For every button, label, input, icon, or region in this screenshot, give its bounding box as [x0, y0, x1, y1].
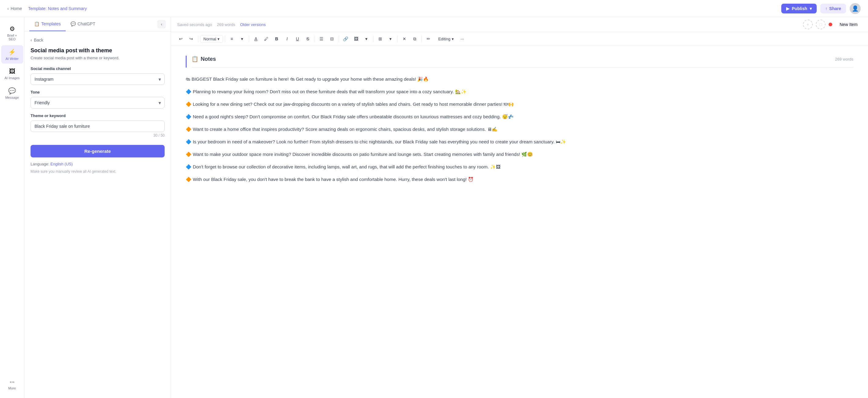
- templates-icon: 📋: [34, 21, 39, 26]
- theme-label: Theme or keyword: [31, 113, 165, 118]
- doc-icon: 📋: [191, 56, 198, 62]
- topbar-right: ▶ Publish ▾ ↑ Share 👤: [781, 3, 861, 14]
- content-p-2: 🔶 Looking for a new dining set? Check ou…: [186, 100, 853, 108]
- bullet-list-button[interactable]: ☰: [317, 34, 327, 44]
- toolbar-divider-3: [249, 35, 249, 42]
- toolbar-divider-1: [198, 35, 198, 42]
- share-icon: ↑: [825, 6, 827, 11]
- editor-content[interactable]: 📋 Notes 269 words 🛍 BIGGEST Black Friday…: [171, 46, 868, 398]
- new-item-dot: [829, 23, 832, 26]
- ordered-list-button[interactable]: ⊟: [327, 34, 337, 44]
- sidebar-item-more[interactable]: ··· More: [1, 375, 23, 393]
- brief-seo-icon: ⚙: [9, 25, 15, 32]
- tab-templates[interactable]: 📋 Templates: [29, 17, 66, 31]
- sidebar-item-brief-seo[interactable]: ⚙ Brief + SEO: [1, 22, 23, 44]
- align-button[interactable]: ≡: [227, 34, 237, 44]
- undo-button[interactable]: ↩: [176, 34, 186, 44]
- strikethrough-button[interactable]: S: [303, 34, 313, 44]
- image-chevron-button[interactable]: ▾: [362, 34, 371, 44]
- back-label: Back: [34, 37, 43, 42]
- sidebar-item-ai-images[interactable]: 🖼 AI Images: [1, 65, 23, 83]
- new-item-button[interactable]: New Item: [835, 20, 862, 29]
- editor-area: Saved seconds ago 269 words Older versio…: [171, 17, 868, 398]
- language-line: Language: English (US): [31, 162, 165, 166]
- text-style-label: Normal: [204, 37, 216, 41]
- panel-body: ‹ Back Social media post with a theme Cr…: [25, 31, 171, 398]
- content-p-8: 🔶 With our Black Friday sale, you don't …: [186, 175, 853, 183]
- sidebar-item-ai-writer[interactable]: ⚡ AI Writer: [1, 45, 23, 64]
- tone-select-wrap: Friendly Professional Casual Humorous Fo…: [31, 97, 165, 109]
- redo-button[interactable]: ↪: [186, 34, 196, 44]
- ai-images-icon: 🖼: [9, 68, 15, 75]
- edit-icon-button[interactable]: ✏: [424, 34, 433, 44]
- editor-topbar: Saved seconds ago 269 words Older versio…: [171, 17, 868, 32]
- panel-tabs: 📋 Templates 💬 ChatGPT ‹: [25, 17, 171, 31]
- text-style-select[interactable]: Normal ▾: [200, 35, 223, 43]
- sidebar-item-message[interactable]: 💬 Message: [1, 84, 23, 103]
- doc-title-text: Notes: [201, 56, 216, 62]
- image-button[interactable]: 🖼: [351, 34, 361, 44]
- tone-field-group: Tone Friendly Professional Casual Humoro…: [31, 90, 165, 109]
- tab-chatgpt-label: ChatGPT: [78, 21, 95, 26]
- panel-collapse-button[interactable]: ‹: [157, 20, 166, 28]
- word-count: 269 words: [217, 22, 235, 27]
- align-chevron-button[interactable]: ▾: [237, 34, 247, 44]
- doc-header-block: 📋 Notes 269 words: [186, 56, 853, 67]
- sidebar-item-label: More: [8, 387, 16, 390]
- content-p-5: 🔷 Is your bedroom in need of a makeover?…: [186, 138, 853, 146]
- ghost-avatar-1: +: [803, 20, 813, 29]
- link-button[interactable]: 🔗: [341, 34, 351, 44]
- panel-title: Social media post with a theme: [31, 47, 165, 54]
- toolbar-divider-5: [339, 35, 339, 42]
- disclaimer-text: Make sure you manually review all AI gen…: [31, 169, 165, 174]
- copy-button[interactable]: ⧉: [410, 34, 420, 44]
- topbar-left: ‹ Home Template: Notes and Summary: [7, 6, 87, 11]
- channel-select[interactable]: Instagram Twitter Facebook LinkedIn TikT…: [31, 74, 165, 85]
- sidebar-item-label: Message: [5, 96, 19, 100]
- ghost-avatar-2: □: [816, 20, 826, 29]
- tone-select[interactable]: Friendly Professional Casual Humorous Fo…: [31, 97, 165, 109]
- saved-status: Saved seconds ago: [177, 22, 212, 27]
- language-link[interactable]: English (US): [51, 162, 73, 166]
- text-color-button[interactable]: A: [251, 34, 261, 44]
- sidebar-item-label: AI Images: [5, 76, 20, 80]
- template-breadcrumb: Template: Notes and Summary: [28, 6, 87, 11]
- more-options-button[interactable]: ···: [458, 34, 467, 44]
- editor-header-row: 📋 Notes 269 words: [191, 56, 853, 67]
- share-button[interactable]: ↑ Share: [820, 4, 846, 13]
- editor-body[interactable]: 🛍 BIGGEST Black Friday sale on furniture…: [186, 75, 853, 183]
- regenerate-button[interactable]: Re-generate: [31, 145, 165, 158]
- chatgpt-icon: 💬: [70, 21, 76, 26]
- theme-input[interactable]: Black Friday sale on furniture: [31, 120, 165, 132]
- editor-toolbar: ↩ ↪ Normal ▾ ≡ ▾ A 🖊 B I U S ☰ ⊟ 🔗 🖼 ▾: [171, 32, 868, 46]
- editing-select[interactable]: Editing ▾: [435, 35, 457, 42]
- home-link[interactable]: ‹ Home: [7, 6, 22, 11]
- channel-select-wrap: Instagram Twitter Facebook LinkedIn TikT…: [31, 74, 165, 85]
- editing-chevron-icon: ▾: [452, 37, 454, 41]
- publish-icon: ▶: [786, 6, 789, 11]
- icon-sidebar: ⚙ Brief + SEO ⚡ AI Writer 🖼 AI Images 💬 …: [0, 17, 25, 398]
- panel-description: Create social media post with a theme or…: [31, 56, 165, 60]
- avatar[interactable]: 👤: [850, 3, 861, 14]
- tab-templates-label: Templates: [41, 21, 61, 26]
- doc-title: 📋 Notes: [191, 56, 216, 62]
- table-chevron-button[interactable]: ▾: [386, 34, 396, 44]
- tab-chatgpt[interactable]: 💬 ChatGPT: [66, 17, 100, 31]
- toolbar-divider-6: [373, 35, 374, 42]
- highlight-button[interactable]: 🖊: [261, 34, 271, 44]
- text-style-chevron-icon: ▾: [217, 37, 220, 41]
- older-versions-link[interactable]: Older versions: [240, 22, 266, 27]
- toolbar-divider-7: [397, 35, 398, 42]
- bold-button[interactable]: B: [272, 34, 282, 44]
- topbar: ‹ Home Template: Notes and Summary ▶ Pub…: [0, 0, 868, 17]
- italic-button[interactable]: I: [282, 34, 292, 44]
- underline-button[interactable]: U: [292, 34, 302, 44]
- content-p-1: 🔷 Planning to revamp your living room? D…: [186, 87, 853, 96]
- template-name: Notes and Summary: [48, 6, 87, 11]
- clear-format-button[interactable]: ✕: [400, 34, 409, 44]
- table-button[interactable]: ⊞: [375, 34, 385, 44]
- back-link[interactable]: ‹ Back: [31, 37, 165, 42]
- share-label: Share: [829, 6, 841, 11]
- new-item-label: New Item: [840, 22, 858, 27]
- publish-button[interactable]: ▶ Publish ▾: [781, 4, 817, 13]
